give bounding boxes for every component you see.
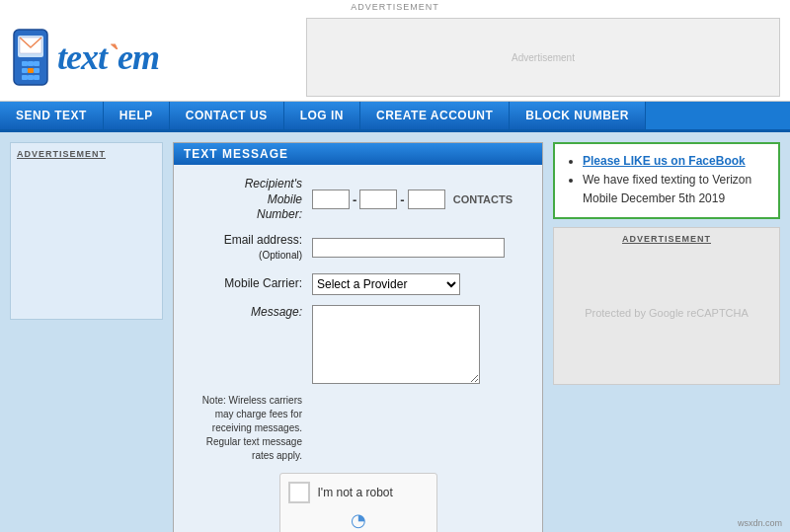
phone-number[interactable]: [408, 190, 445, 209]
carrier-label: Mobile Carrier:: [184, 276, 312, 292]
contacts-link[interactable]: CONTACTS: [453, 193, 513, 205]
right-ad-box: ADVERTISEMENT Protected by Google reCAPT…: [553, 227, 780, 385]
svg-rect-3: [28, 61, 34, 66]
header: text`em Advertisement: [0, 14, 790, 102]
recaptcha-label: I'm not a robot: [318, 486, 393, 499]
notice-item-facebook: Please LIKE us on FaceBook: [583, 152, 768, 171]
svg-rect-10: [34, 75, 40, 80]
note-text: Note: Wireless carriers may charge fees …: [184, 394, 312, 463]
form-panel-header: TEXT MESSAGE: [174, 143, 542, 165]
facebook-link[interactable]: Please LIKE us on FaceBook: [583, 154, 746, 168]
nav-contact-us[interactable]: CONTACT US: [170, 102, 284, 129]
phone-exchange[interactable]: [359, 190, 397, 209]
recaptcha-container: I'm not a robot ◔ reCAPTCHA Privacy - Te…: [184, 473, 532, 532]
phone-icon: [10, 28, 51, 87]
navigation: SEND TEXT HELP CONTACT US LOG IN CREATE …: [0, 102, 790, 132]
right-ad-label: ADVERTISEMENT: [622, 234, 711, 244]
note-row: Note: Wireless carriers may charge fees …: [184, 394, 532, 463]
recipient-label: Recipient'sMobileNumber:: [184, 177, 312, 223]
watermark: wsxdn.com: [738, 518, 782, 528]
center-form: TEXT MESSAGE Recipient'sMobileNumber: - …: [173, 142, 543, 532]
left-ad-box: ADVERTISEMENT: [10, 142, 163, 320]
svg-rect-2: [22, 61, 28, 66]
recaptcha-top: I'm not a robot: [288, 482, 429, 503]
form-body: Recipient'sMobileNumber: - - CONTACTS Em…: [174, 165, 542, 532]
recaptcha-logo-area: ◔ reCAPTCHA Privacy - Terms: [288, 509, 429, 532]
phone-inputs: - - CONTACTS: [312, 190, 513, 209]
left-sidebar: ADVERTISEMENT: [10, 142, 163, 532]
email-label: Email address: (Optional): [184, 233, 312, 264]
notice-box: Please LIKE us on FaceBook We have fixed…: [553, 142, 780, 219]
nav-create-account[interactable]: CREATE ACCOUNT: [360, 102, 510, 129]
notice-list: Please LIKE us on FaceBook We have fixed…: [565, 152, 768, 209]
right-sidebar: Please LIKE us on FaceBook We have fixed…: [553, 142, 780, 532]
left-ad-label: ADVERTISEMENT: [17, 149, 156, 159]
logo-area: text`em: [10, 28, 159, 87]
ad-top-label: ADVERTISEMENT: [0, 0, 790, 14]
svg-rect-5: [22, 68, 28, 73]
carrier-select[interactable]: Select a Provider: [312, 273, 460, 295]
recaptcha-icon: ◔: [351, 509, 366, 531]
recaptcha-box: I'm not a robot ◔ reCAPTCHA Privacy - Te…: [279, 473, 437, 532]
message-row: Message:: [184, 305, 532, 384]
form-panel: TEXT MESSAGE Recipient'sMobileNumber: - …: [173, 142, 543, 532]
nav-help[interactable]: HELP: [104, 102, 170, 129]
carrier-row: Mobile Carrier: Select a Provider: [184, 273, 532, 295]
google-ad-placeholder: Protected by Google reCAPTCHA: [560, 248, 773, 378]
logo-text: text`em: [57, 37, 159, 78]
svg-rect-7: [34, 68, 40, 73]
phone-area-code[interactable]: [312, 190, 350, 209]
header-ad-banner: Advertisement: [306, 18, 780, 97]
message-label: Message:: [184, 305, 312, 321]
message-textarea[interactable]: [312, 305, 480, 384]
recaptcha-checkbox[interactable]: [288, 482, 310, 503]
main-content: ADVERTISEMENT TEXT MESSAGE Recipient'sMo…: [0, 132, 790, 532]
nav-block-number[interactable]: BLOCK NUMBER: [510, 102, 646, 129]
nav-send-text[interactable]: SEND TEXT: [0, 102, 104, 129]
svg-rect-9: [28, 75, 34, 80]
svg-rect-8: [22, 75, 28, 80]
svg-rect-6: [28, 68, 34, 73]
svg-rect-4: [34, 61, 40, 66]
nav-log-in[interactable]: LOG IN: [284, 102, 360, 129]
email-row: Email address: (Optional): [184, 233, 532, 264]
email-input[interactable]: [312, 238, 505, 258]
notice-item-verizon: We have fixed texting to Verizon Mobile …: [583, 171, 768, 208]
recipient-row: Recipient'sMobileNumber: - - CONTACTS: [184, 177, 532, 223]
